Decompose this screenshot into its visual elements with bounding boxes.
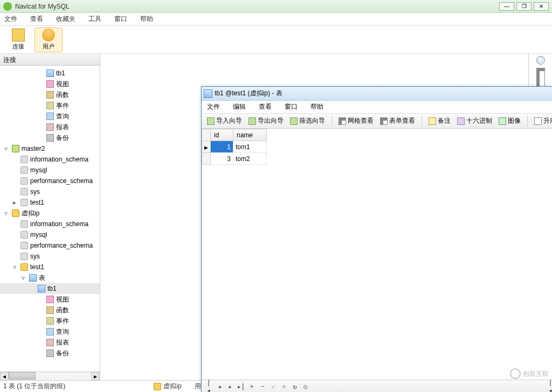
- toolbar-备注[interactable]: 备注: [426, 115, 453, 127]
- tree-item[interactable]: tb1: [0, 68, 100, 79]
- scroll-left-button[interactable]: ◂: [0, 372, 9, 380]
- tree-item[interactable]: 报表: [0, 122, 100, 132]
- toolbar-表单查看[interactable]: 表单查看: [378, 115, 417, 127]
- view-icon: [46, 296, 54, 303]
- minimize-button[interactable]: —: [499, 2, 514, 11]
- toolbar-网格查看[interactable]: 网格查看: [336, 115, 376, 127]
- disclosure-icon[interactable]: ▿: [4, 145, 10, 152]
- disclosure-icon[interactable]: ▿: [22, 274, 27, 282]
- scroll-thumb[interactable]: [9, 372, 36, 380]
- page-first-button[interactable]: |◂: [547, 379, 552, 393]
- maximize-button[interactable]: ❐: [516, 2, 532, 11]
- nav-add-button[interactable]: ＋: [248, 382, 256, 391]
- tree-item[interactable]: sys: [0, 186, 100, 197]
- toolbar-图像[interactable]: 图像: [496, 115, 523, 127]
- tree-item[interactable]: ▿master2: [0, 143, 100, 154]
- nav-last-button[interactable]: ▸|: [237, 383, 245, 390]
- child-title-bar[interactable]: tb1 @test1 (虚拟ip) - 表 — ❐ ✕: [202, 87, 552, 101]
- nav-next-button[interactable]: ▸: [226, 383, 234, 390]
- scroll-right-button[interactable]: ▸: [91, 372, 100, 380]
- tree-item[interactable]: ▿表: [0, 272, 100, 283]
- db-icon: [20, 242, 28, 249]
- tree-label: information_schema: [30, 220, 88, 228]
- data-grid[interactable]: idname▶1tom13tom2: [202, 129, 552, 380]
- tree-hscroll[interactable]: ◂ ▸: [0, 372, 100, 380]
- menu-工具[interactable]: 工具: [88, 15, 101, 24]
- disclosure-icon[interactable]: ▿: [4, 209, 10, 217]
- tree-item[interactable]: 函数: [0, 89, 100, 100]
- grid-icon: [380, 117, 388, 125]
- sort-icon: [534, 117, 542, 125]
- img-icon: [499, 117, 506, 125]
- child-menu-编辑[interactable]: 编辑: [233, 102, 246, 111]
- menu-文件[interactable]: 文件: [4, 15, 17, 24]
- tree-item[interactable]: tb1: [0, 283, 100, 294]
- nav-delete-button[interactable]: －: [259, 382, 266, 391]
- tree-item[interactable]: 视图: [0, 79, 100, 89]
- tree-item[interactable]: 备份: [0, 348, 100, 359]
- app-icon: [3, 2, 12, 11]
- child-menu-帮助[interactable]: 帮助: [310, 102, 323, 111]
- connection-panel: 连接 tb1视图函数事件查询报表备份▿master2information_sc…: [0, 54, 100, 380]
- tree-item[interactable]: 视图: [0, 294, 100, 305]
- tree-item[interactable]: 函数: [0, 305, 100, 316]
- disclosure-icon[interactable]: ▸: [13, 199, 18, 206]
- tree-item[interactable]: 报表: [0, 337, 100, 348]
- child-menu-查看[interactable]: 查看: [259, 102, 272, 111]
- toolbar-十六进制[interactable]: 十六进制: [455, 115, 494, 127]
- tree-item[interactable]: mysql: [0, 165, 100, 176]
- tree-item[interactable]: sys: [0, 251, 100, 262]
- tree-item[interactable]: ▿虚拟ip: [0, 208, 100, 219]
- table-row[interactable]: ▶1tom1: [202, 141, 267, 153]
- menu-收藏夹[interactable]: 收藏夹: [56, 15, 75, 24]
- wiz-icon: [249, 117, 256, 125]
- user-button[interactable]: 用户: [34, 27, 63, 52]
- toolbar-导出向导[interactable]: 导出向导: [246, 115, 286, 127]
- child-menu-窗口[interactable]: 窗口: [285, 102, 298, 111]
- nav-prev-button[interactable]: ◂: [216, 383, 223, 390]
- search-icon[interactable]: [536, 56, 545, 65]
- cell-name[interactable]: tom1: [233, 141, 267, 153]
- child-menu-文件[interactable]: 文件: [207, 102, 220, 111]
- toolbar-升序排序[interactable]: 升序排序: [532, 115, 552, 127]
- connection-tree[interactable]: tb1视图函数事件查询报表备份▿master2information_schem…: [0, 66, 100, 372]
- disclosure-icon[interactable]: ▿: [13, 263, 18, 271]
- nav-first-button[interactable]: |◂: [205, 379, 212, 393]
- nav-apply-button[interactable]: ✔: [270, 383, 277, 390]
- nav-cancel-button[interactable]: ✖: [280, 383, 288, 390]
- close-button[interactable]: ✕: [534, 2, 549, 11]
- tree-item[interactable]: 备份: [0, 132, 100, 143]
- menu-窗口[interactable]: 窗口: [114, 15, 127, 24]
- toolbar-导入向导[interactable]: 导入向导: [205, 115, 244, 127]
- table-row[interactable]: 3tom2: [202, 153, 267, 165]
- tree-item[interactable]: 查询: [0, 326, 100, 337]
- cell-id[interactable]: 3: [211, 153, 233, 165]
- hex-icon: [457, 117, 465, 125]
- tree-item[interactable]: 事件: [0, 316, 100, 326]
- view-icon: [46, 80, 54, 88]
- tree-label: 表: [39, 274, 45, 283]
- nav-refresh-button[interactable]: ↻: [291, 383, 299, 390]
- menu-帮助[interactable]: 帮助: [140, 15, 153, 24]
- tree-item[interactable]: mysql: [0, 229, 100, 240]
- tree-item[interactable]: ▸test1: [0, 197, 100, 208]
- connect-button[interactable]: 连接: [4, 27, 32, 52]
- tree-label: 查询: [56, 327, 69, 337]
- separator: [422, 116, 422, 127]
- tree-item[interactable]: information_schema: [0, 219, 100, 229]
- toolbar-筛选向导[interactable]: 筛选向导: [288, 115, 327, 127]
- tree-item[interactable]: information_schema: [0, 154, 100, 165]
- nav-stop-button[interactable]: ⦸: [302, 383, 309, 390]
- tree-item[interactable]: 查询: [0, 111, 100, 122]
- tree-item[interactable]: performance_schema: [0, 240, 100, 251]
- tree-label: 视图: [56, 80, 69, 89]
- tree-item[interactable]: performance_schema: [0, 176, 100, 186]
- column-header-name[interactable]: name: [233, 129, 267, 141]
- tree-label: 视图: [56, 295, 69, 304]
- menu-查看[interactable]: 查看: [30, 15, 43, 24]
- tree-item[interactable]: ▿test1: [0, 262, 100, 272]
- tree-item[interactable]: 事件: [0, 100, 100, 111]
- cell-name[interactable]: tom2: [233, 153, 267, 165]
- cell-id[interactable]: 1: [211, 141, 233, 153]
- column-header-id[interactable]: id: [211, 129, 233, 141]
